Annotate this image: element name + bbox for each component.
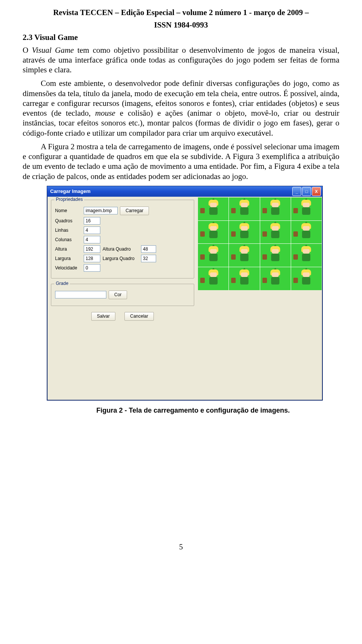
label-linhas: Linhas (55, 228, 81, 233)
sprite-cell (260, 197, 291, 220)
sprite-cell (260, 221, 291, 244)
label-nome: Nome (55, 208, 81, 213)
minimize-button[interactable]: _ (292, 187, 301, 196)
paragraph-1: O Visual Game tem como objetivo possibil… (23, 45, 339, 75)
groupbox-grade: Grade Cor (51, 284, 194, 306)
sprite-grid (198, 197, 322, 290)
label-altura: Altura (55, 246, 81, 252)
sprite-cell (229, 267, 259, 290)
section-heading: 2.3 Visual Game (23, 33, 339, 42)
close-button[interactable]: X (312, 187, 321, 196)
sprite-cell (198, 267, 229, 290)
paragraph-2: Com este ambiente, o desenvolvedor pode … (23, 78, 339, 138)
figure-2: Carregar Imagem _ □ X Propriedades Nome … (47, 186, 339, 415)
sprite-cell (198, 244, 229, 267)
input-nome[interactable] (84, 207, 118, 214)
sprite-cell (291, 197, 322, 220)
input-linhas[interactable] (84, 226, 100, 234)
figure-caption: Figura 2 - Tela de carregamento e config… (47, 407, 339, 415)
sprite-cell (229, 244, 259, 267)
maximize-button[interactable]: □ (302, 187, 311, 196)
label-altura-quadro: Altura Quadro (103, 246, 139, 252)
window-title: Carregar Imagem (50, 188, 90, 194)
input-quadros[interactable] (84, 217, 100, 225)
cancelar-button[interactable]: Cancelar (124, 312, 154, 321)
journal-header-line1: Revista TECCEN – Edição Especial – volum… (23, 8, 339, 18)
input-altura-quadro[interactable] (141, 245, 156, 253)
left-pane: Propriedades Nome Carregar Quadros Linha… (47, 197, 198, 400)
paragraph-3: A Figura 2 mostra a tela de carregamento… (23, 142, 339, 181)
input-colunas[interactable] (84, 236, 100, 243)
label-colunas: Colunas (55, 237, 81, 242)
label-velocidade: Velocidade (55, 265, 81, 271)
groupbox-propriedades: Propriedades Nome Carregar Quadros Linha… (51, 200, 194, 278)
page-number: 5 (23, 543, 339, 551)
sprite-cell (260, 267, 291, 290)
sprite-cell (198, 197, 229, 220)
input-largura[interactable] (84, 255, 100, 262)
sprite-cell (260, 244, 291, 267)
sprite-cell (291, 244, 322, 267)
sprite-cell (291, 267, 322, 290)
p1-italic-visual-game: Visual Game (32, 46, 74, 55)
sprite-cell (229, 221, 259, 244)
input-largura-quadro[interactable] (141, 255, 156, 262)
input-altura[interactable] (84, 245, 100, 253)
sprite-cell (291, 221, 322, 244)
groupbox-propriedades-legend: Propriedades (54, 197, 84, 202)
p2-italic-mouse: mouse (95, 109, 115, 118)
journal-header-line2: ISSN 1984-0993 (23, 20, 339, 30)
label-quadros: Quadros (55, 218, 81, 223)
label-largura: Largura (55, 256, 81, 261)
input-velocidade[interactable] (84, 264, 100, 272)
label-largura-quadro: Largura Quadro (103, 256, 139, 261)
input-grade[interactable] (55, 291, 106, 298)
titlebar[interactable]: Carregar Imagem _ □ X (47, 186, 322, 197)
sprite-cell (229, 197, 259, 220)
cor-button[interactable]: Cor (109, 291, 127, 299)
salvar-button[interactable]: Salvar (91, 312, 115, 321)
sprite-cell (198, 221, 229, 244)
groupbox-grade-legend: Grade (54, 281, 70, 286)
carregar-button[interactable]: Carregar (120, 207, 149, 215)
p1-part-a: O (23, 46, 32, 55)
app-window: Carregar Imagem _ □ X Propriedades Nome … (47, 186, 323, 401)
